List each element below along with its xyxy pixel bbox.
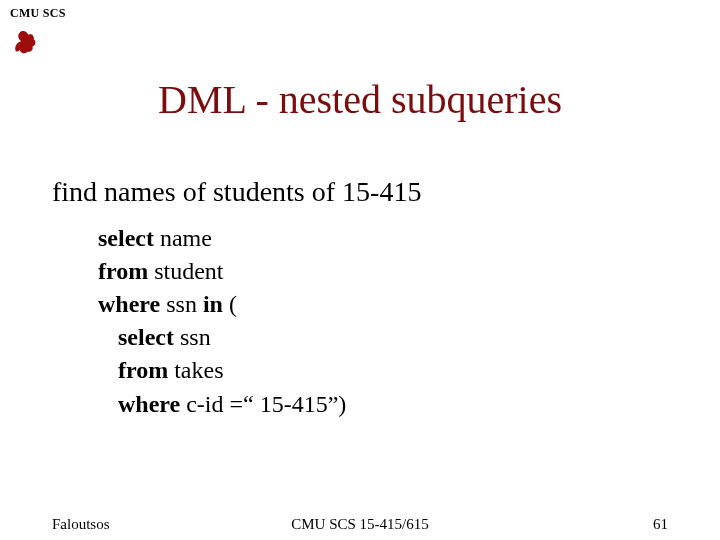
keyword-where: where (118, 391, 180, 417)
keyword-select: select (98, 225, 154, 251)
dragon-logo-icon (10, 26, 38, 56)
footer-course: CMU SCS 15-415/615 (52, 516, 668, 533)
query-text: c-id =“ 15-415”) (180, 391, 346, 417)
query-line-6: where c-id =“ 15-415”) (98, 388, 346, 421)
query-text: ssn (174, 324, 211, 350)
query-line-2: from student (98, 255, 346, 288)
keyword-select: select (118, 324, 174, 350)
query-line-4: select ssn (98, 321, 346, 354)
keyword-in: in (203, 291, 223, 317)
query-text: ssn (160, 291, 203, 317)
query-text: ( (223, 291, 237, 317)
keyword-from: from (98, 258, 148, 284)
query-text: takes (168, 357, 223, 383)
query-text: name (154, 225, 212, 251)
query-line-5: from takes (98, 354, 346, 387)
slide-subtitle: find names of students of 15-415 (52, 176, 421, 208)
sql-query-block: select name from student where ssn in ( … (98, 222, 346, 421)
keyword-where: where (98, 291, 160, 317)
slide-title: DML - nested subqueries (0, 76, 720, 123)
query-text: student (148, 258, 223, 284)
keyword-from: from (118, 357, 168, 383)
query-line-3: where ssn in ( (98, 288, 346, 321)
query-line-1: select name (98, 222, 346, 255)
footer-page-number: 61 (653, 516, 668, 533)
header-logo-container (10, 18, 38, 60)
